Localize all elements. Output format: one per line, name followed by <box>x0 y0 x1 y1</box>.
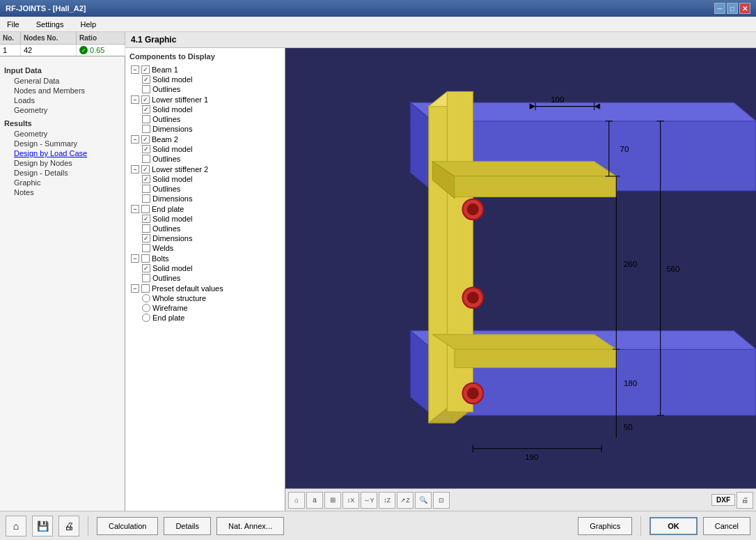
check-bolts[interactable] <box>141 254 150 263</box>
expand-lstiff1-icon[interactable]: − <box>131 95 139 104</box>
check-lstiff1-outlines[interactable] <box>142 115 150 123</box>
check-beam1-outlines[interactable] <box>142 85 150 93</box>
tb-z-button[interactable]: ↕Z <box>379 492 395 509</box>
menu-help[interactable]: Help <box>76 19 100 30</box>
nav-graphic[interactable]: Graphic <box>3 178 122 187</box>
endplate-outlines[interactable]: Outlines <box>141 224 281 233</box>
tb-zoom-button[interactable]: 🔍 <box>415 492 432 509</box>
check-bolts-outlines[interactable] <box>142 274 150 282</box>
window-controls[interactable]: ─ □ ✕ <box>714 3 750 14</box>
nav-design-details[interactable]: Design - Details <box>3 168 122 178</box>
tree-header-beam1[interactable]: − Beam 1 <box>129 65 281 75</box>
check-lstiff1-solid[interactable] <box>142 105 150 114</box>
tb-a-button[interactable]: a <box>306 492 323 509</box>
nav-design-nodes[interactable]: Design by Nodes <box>3 158 122 168</box>
expand-preset-icon[interactable]: − <box>131 284 139 293</box>
check-lstiff2-outlines[interactable] <box>142 185 150 193</box>
check-lstiff2[interactable] <box>141 165 150 173</box>
menu-file[interactable]: File <box>3 19 24 30</box>
check-endplate-welds[interactable] <box>142 244 150 252</box>
tree-header-endplate[interactable]: − End plate <box>129 204 281 214</box>
dxf-button[interactable]: DXF <box>711 494 735 506</box>
nav-general-data[interactable]: General Data <box>3 76 122 86</box>
check-beam2-outlines[interactable] <box>142 155 150 163</box>
tree-header-preset[interactable]: − Preset default values <box>129 284 281 293</box>
tree-header-bolts[interactable]: − Bolts <box>129 254 281 263</box>
check-endplate-solid[interactable] <box>142 215 150 223</box>
check-endplate[interactable] <box>141 205 150 213</box>
check-preset[interactable] <box>141 284 150 293</box>
nav-notes[interactable]: Notes <box>3 187 122 197</box>
calculation-button[interactable]: Calculation <box>97 517 158 535</box>
check-beam1[interactable] <box>141 65 150 74</box>
beam1-outlines[interactable]: Outlines <box>141 84 281 94</box>
preset-endplate[interactable]: End plate <box>141 313 281 323</box>
graphics-button[interactable]: Graphics <box>578 517 632 535</box>
expand-endplate-icon[interactable]: − <box>131 205 139 213</box>
check-lstiff1-dims[interactable] <box>142 125 150 133</box>
ok-button[interactable]: OK <box>649 517 698 535</box>
endplate-welds[interactable]: Welds <box>141 243 281 253</box>
save-icon-button[interactable]: 💾 <box>32 516 53 537</box>
nav-design-load-case[interactable]: Design by Load Case <box>3 148 122 158</box>
check-lstiff2-solid[interactable] <box>142 175 150 183</box>
bolts-solid[interactable]: Solid model <box>141 263 281 273</box>
nav-geometry-input[interactable]: Geometry <box>3 105 122 115</box>
nav-geometry-result[interactable]: Geometry <box>3 129 122 139</box>
radio-wireframe[interactable] <box>142 304 150 312</box>
endplate-dimensions[interactable]: Dimensions <box>141 233 281 243</box>
preset-whole[interactable]: Whole structure <box>141 293 281 303</box>
tree-header-lstiff2[interactable]: − Lower stiffener 2 <box>129 164 281 174</box>
bolts-outlines[interactable]: Outlines <box>141 273 281 283</box>
radio-endplate[interactable] <box>142 314 150 322</box>
print-icon-button[interactable]: 🖨 <box>58 516 79 537</box>
lstiff1-dimensions[interactable]: Dimensions <box>141 124 281 134</box>
maximize-button[interactable]: □ <box>727 3 738 14</box>
check-beam2-solid[interactable] <box>142 145 150 153</box>
nav-design-summary[interactable]: Design - Summary <box>3 139 122 148</box>
lstiff2-solid[interactable]: Solid model <box>141 174 281 184</box>
expand-beam1-icon[interactable]: − <box>131 65 139 74</box>
expand-bolts-icon[interactable]: − <box>131 254 139 263</box>
tb-horiz-button[interactable]: ↔Y <box>361 492 377 509</box>
lstiff1-solid[interactable]: Solid model <box>141 105 281 114</box>
close-button[interactable]: ✕ <box>739 3 750 14</box>
preset-wireframe[interactable]: Wireframe <box>141 303 281 313</box>
lstiff1-outlines[interactable]: Outlines <box>141 114 281 124</box>
cancel-button[interactable]: Cancel <box>703 517 750 535</box>
check-beam2[interactable] <box>141 135 150 144</box>
menu-settings[interactable]: Settings <box>32 19 68 30</box>
beam2-solid[interactable]: Solid model <box>141 144 281 154</box>
lstiff2-outlines[interactable]: Outlines <box>141 184 281 194</box>
check-endplate-dims[interactable] <box>142 234 150 242</box>
check-endplate-outlines[interactable] <box>142 224 150 233</box>
nat-annex-button[interactable]: Nat. Annex... <box>216 517 284 535</box>
expand-lstiff2-icon[interactable]: − <box>131 165 139 173</box>
tree-header-beam2[interactable]: − Beam 2 <box>129 134 281 144</box>
home-icon-button[interactable]: ⌂ <box>6 516 26 537</box>
print-button[interactable]: 🖨 <box>737 492 753 509</box>
tb-rotate-button[interactable]: ↗Z <box>397 492 414 509</box>
beam2-outlines[interactable]: Outlines <box>141 154 281 164</box>
tb-home-button[interactable]: ⌂ <box>288 492 305 509</box>
cell-nodes: 42 <box>21 45 77 56</box>
lstiff2-dimensions[interactable]: Dimensions <box>141 194 281 203</box>
nav-nodes-members[interactable]: Nodes and Members <box>3 86 122 95</box>
details-button[interactable]: Details <box>164 517 211 535</box>
check-bolts-solid[interactable] <box>142 264 150 272</box>
check-lstiff2-dims[interactable] <box>142 194 150 203</box>
expand-beam2-icon[interactable]: − <box>131 135 139 144</box>
beam1-solid[interactable]: Solid model <box>141 75 281 84</box>
check-lstiff1[interactable] <box>141 95 150 104</box>
check-beam1-solid[interactable] <box>142 75 150 84</box>
tb-vert-button[interactable]: ↕X <box>342 492 359 509</box>
minimize-button[interactable]: ─ <box>714 3 725 14</box>
table-row[interactable]: 1 42 ✓ 0.65 <box>0 45 125 56</box>
tb-grid-button[interactable]: ⊞ <box>324 492 341 509</box>
tree-header-lstiff1[interactable]: − Lower stiffener 1 <box>129 95 281 105</box>
radio-whole[interactable] <box>142 294 150 302</box>
tb-fit-button[interactable]: ⊡ <box>433 492 450 509</box>
viewport-3d[interactable]: 100 70 260 560 <box>285 48 756 511</box>
nav-loads[interactable]: Loads <box>3 95 122 105</box>
endplate-solid[interactable]: Solid model <box>141 214 281 224</box>
